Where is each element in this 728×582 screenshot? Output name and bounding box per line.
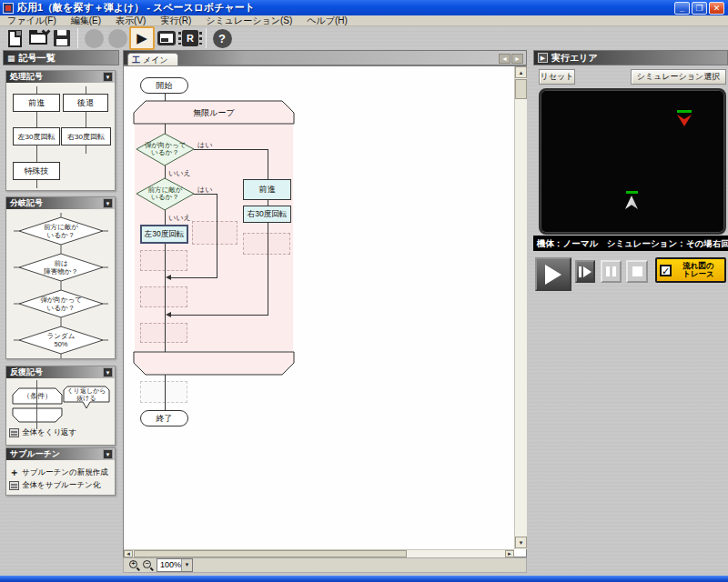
forward-node[interactable]: 前進 (243, 179, 291, 200)
stop-button (626, 260, 648, 283)
palette-forward[interactable]: 前進 (13, 94, 60, 112)
stop-icon (632, 266, 642, 276)
scroll-left-icon[interactable]: ◄ (124, 550, 133, 557)
new-file-button[interactable] (3, 27, 26, 49)
drop-placeholder[interactable] (243, 233, 290, 255)
flow-line (171, 315, 268, 316)
end-node[interactable]: 終了 (140, 410, 188, 426)
flow-line (171, 277, 217, 278)
run-area-title: 実行エリア (551, 52, 598, 65)
flowchart-icon: 工 (132, 55, 140, 66)
play-button[interactable] (535, 257, 571, 291)
flow-line (268, 223, 268, 315)
collapse-arrow-icon[interactable]: ▼ (103, 449, 113, 459)
collapse-arrow-icon[interactable]: ▼ (103, 198, 113, 208)
branch-section-header: 分岐記号 ▼ (6, 197, 115, 209)
help-button[interactable]: ? (210, 27, 234, 49)
enemy-robot-sprite (677, 115, 692, 126)
repeat-all-icon (9, 428, 19, 437)
palette-repeat-all[interactable]: 全体をくり返す (6, 426, 116, 440)
start-node[interactable]: 開始 (140, 77, 188, 94)
tab-scroll-right[interactable]: ► (511, 54, 523, 64)
yes-label: はい (197, 140, 212, 150)
repeat-section-body: （条件） くり返しから抜ける 全体をくり返す (6, 378, 115, 445)
menu-edit[interactable]: 編集(E) (64, 15, 108, 26)
chevron-down-icon[interactable]: ▼ (181, 559, 192, 571)
flowchart-trace-toggle[interactable]: ✓ 流れ図のトレース (655, 257, 726, 283)
reset-button[interactable]: リセット (539, 69, 575, 85)
subroutine-convert[interactable]: 全体をサブルーチン化 (6, 478, 116, 493)
title-bar: 応用1（敵を探す＋弾よけ） - スペースロボチャート _ ❐ ✕ (0, 0, 728, 15)
drop-placeholder[interactable] (192, 221, 238, 245)
enemy-health-bar (677, 110, 692, 113)
zoom-level-dropdown[interactable]: 100% ▼ (157, 558, 193, 572)
canvas-surface[interactable]: 開始 無限ループ 弾が向かっているか？ はい いいえ 前方に敵がいるか？ はい … (124, 66, 514, 549)
scroll-down-icon[interactable]: ▼ (515, 537, 527, 548)
restore-button[interactable]: ❐ (692, 2, 707, 15)
menu-simulation[interactable]: シミュレーション(S) (198, 15, 299, 26)
branch-enemy-node[interactable]: 前方に敵がいるか？ (136, 177, 195, 211)
menu-view[interactable]: 表示(V) (108, 15, 153, 26)
subroutine-icon (9, 481, 19, 490)
rotate-left-node-selected[interactable]: 左30度回転 (140, 225, 188, 244)
palette-special[interactable]: 特殊技 (13, 162, 60, 180)
open-folder-icon (29, 33, 47, 45)
palette-loop-start[interactable]: （条件） (12, 387, 63, 405)
rotate-right-node[interactable]: 右30度回転 (243, 206, 291, 223)
drop-placeholder[interactable] (140, 381, 187, 403)
checkbox-checked-icon[interactable]: ✓ (660, 265, 672, 276)
zoom-out-button[interactable]: − (143, 560, 153, 570)
tab-scroll-left[interactable]: ◄ (499, 54, 511, 64)
open-file-button[interactable] (26, 27, 50, 49)
palette-diamond-obstacle[interactable]: 前は障害物か？ (14, 249, 108, 286)
palette-loop-end[interactable] (12, 407, 63, 423)
palette-rotate-right[interactable]: 右30度回転 (61, 127, 111, 146)
flow-line (217, 194, 217, 277)
save-button[interactable] (50, 27, 74, 49)
palette-loop-break[interactable]: くり返しから抜ける (63, 386, 110, 409)
run-mode-button[interactable]: ▶ (129, 26, 155, 50)
palette-rotate-left[interactable]: 左30度回転 (13, 127, 60, 146)
collapse-arrow-icon[interactable]: ▼ (103, 367, 113, 377)
robot-chip-button[interactable]: R (178, 27, 202, 49)
save-icon (54, 30, 70, 46)
collapse-arrow-icon[interactable]: ▼ (103, 72, 113, 82)
palette-diamond-bullet[interactable]: 弾が向かっているか？ (14, 286, 108, 322)
drop-placeholder[interactable] (140, 286, 187, 307)
drop-placeholder[interactable] (140, 323, 187, 343)
horizontal-scroll-thumb[interactable] (134, 550, 407, 557)
menu-help[interactable]: ヘルプ(H) (299, 15, 355, 26)
branch-symbols-section: 分岐記号 ▼ 前方に敵がいるか？ 前は障害物か？ 弾が向かっているか？ ランダム… (5, 196, 116, 359)
palette-backward[interactable]: 後退 (63, 94, 108, 112)
minimize-button[interactable]: _ (674, 2, 690, 15)
menu-run[interactable]: 実行(R) (153, 15, 198, 26)
zoom-bar: + − 100% ▼ (123, 557, 527, 573)
symbol-list-header: ▦ 記号一覧 (3, 50, 119, 65)
tab-main[interactable]: 工 メイン (127, 53, 178, 66)
yes-label: はい (197, 185, 212, 195)
loop-start-node[interactable]: 無限ループ (133, 100, 295, 125)
grid-icon: ▦ (7, 54, 15, 63)
window-view-button[interactable] (155, 27, 178, 49)
horizontal-scrollbar[interactable]: ◄ ► (124, 549, 514, 557)
close-button[interactable]: ✕ (709, 2, 724, 15)
vertical-scroll-thumb[interactable] (515, 79, 527, 99)
zoom-in-button[interactable]: + (129, 560, 139, 570)
new-file-icon (8, 30, 22, 47)
palette-diamond-enemy[interactable]: 前方に敵がいるか？ (14, 213, 108, 249)
step-button[interactable] (575, 260, 595, 283)
loop-end-node[interactable] (133, 351, 295, 376)
toolbar-separator (77, 28, 78, 48)
vertical-scrollbar[interactable]: ▲ ▼ (514, 66, 527, 549)
drop-placeholder[interactable] (140, 250, 187, 271)
run-area-header: ▶ 実行エリア (533, 50, 728, 65)
scroll-right-icon[interactable]: ► (505, 550, 514, 557)
subroutine-section-header: サブルーチン ▼ (6, 448, 115, 460)
menu-file[interactable]: ファイル(F) (0, 15, 64, 26)
branch-bullet-node[interactable]: 弾が向かっているか？ (136, 133, 195, 166)
palette-diamond-random[interactable]: ランダム50% (14, 322, 108, 358)
scroll-up-icon[interactable]: ▲ (515, 66, 527, 78)
subroutine-section-body: ＋ サブルーチンの新規作成 全体をサブルーチン化 (6, 460, 115, 495)
simulation-select-button[interactable]: シミュレーション選択 (631, 69, 726, 85)
pause-icon (606, 266, 616, 276)
